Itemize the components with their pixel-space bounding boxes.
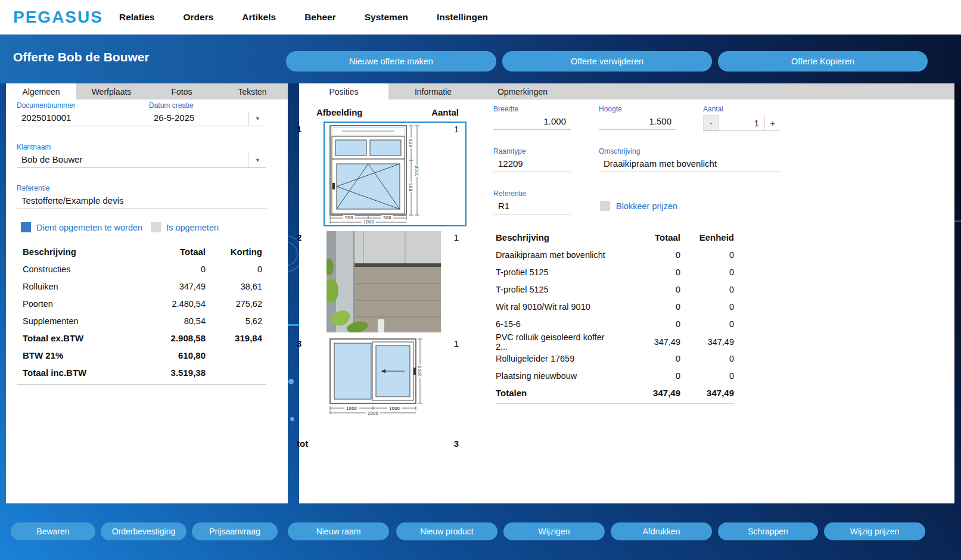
left-panel-tabbar: Algemeen Werfplaats Fotos Teksten bbox=[6, 83, 288, 99]
table-row-total-ex-btw: Totaal ex.BTW 2.908,58 319,84 bbox=[23, 329, 262, 347]
documentnummer-input[interactable]: 2025010001 bbox=[17, 111, 149, 126]
menu-item-instellingen[interactable]: Instellingen bbox=[437, 6, 488, 29]
offer-general-panel: Algemeen Werfplaats Fotos Teksten Docume… bbox=[6, 83, 288, 503]
nieuw-product-button[interactable]: Nieuw product bbox=[396, 522, 497, 540]
omschrijving-input[interactable]: Draaikipraam met bovenlicht bbox=[599, 157, 780, 172]
orderbevestiging-button[interactable]: Orderbevestiging bbox=[101, 522, 186, 540]
window-drawing-thumbnail[interactable]: 500 500 1000 605 895 1500 bbox=[326, 123, 441, 226]
svg-text:895: 895 bbox=[409, 183, 413, 191]
table-row: Wit ral 9010/Wit ral 9010 0 0 bbox=[496, 298, 734, 315]
positions-total-qty: 3 bbox=[417, 438, 459, 449]
datum-creatie-label: Datum creatie bbox=[149, 101, 266, 110]
breedte-label: Breedte bbox=[493, 105, 571, 113]
quantity-stepper: - 1 + bbox=[703, 115, 780, 131]
svg-text:1000: 1000 bbox=[363, 220, 374, 224]
page-header: Offerte Bob de Bouwer Nieuwe offerte mak… bbox=[0, 35, 961, 83]
menu-item-artikels[interactable]: Artikels bbox=[242, 6, 276, 29]
dient-opgemeten-checkbox[interactable] bbox=[21, 222, 31, 232]
new-offer-button[interactable]: Nieuwe offerte maken bbox=[286, 51, 496, 71]
right-panel-tabbar: Posities Informatie Opmerkingen bbox=[299, 83, 954, 99]
raamtype-input[interactable]: 12209 bbox=[493, 157, 571, 172]
tab-werfplaats[interactable]: Werfplaats bbox=[76, 83, 147, 99]
blokkeer-prijzen-row: Blokkeer prijzen bbox=[600, 201, 677, 211]
chevron-down-icon[interactable]: ▼ bbox=[248, 111, 266, 126]
position-number: 2 bbox=[297, 232, 301, 242]
quantity-value[interactable]: 1 bbox=[719, 115, 764, 130]
hoogte-input[interactable]: 1.500 bbox=[599, 114, 676, 130]
nieuw-raam-button[interactable]: Nieuw raam bbox=[288, 522, 389, 540]
positions-qty-column-header: Aantal bbox=[417, 107, 459, 117]
breedte-input[interactable]: 1.000 bbox=[493, 114, 571, 130]
menu-item-relaties[interactable]: Relaties bbox=[119, 6, 154, 29]
referentie-field: Referentie Testofferte/Example devis bbox=[17, 184, 266, 209]
raamtype-field: Raamtype 12209 bbox=[493, 147, 571, 172]
tab-informatie[interactable]: Informatie bbox=[388, 83, 478, 99]
referentie-label: Referentie bbox=[17, 184, 266, 192]
referentie-input[interactable]: Testofferte/Example devis bbox=[17, 194, 266, 209]
table-bottom-divider bbox=[17, 384, 266, 385]
measure-checkbox-row: Dient opgemeten te worden Is opgemeten bbox=[21, 222, 219, 232]
blokkeer-prijzen-checkbox[interactable] bbox=[600, 201, 610, 211]
menu-item-systemen[interactable]: Systemen bbox=[365, 6, 408, 29]
raamtype-label: Raamtype bbox=[493, 147, 571, 155]
datum-creatie-field: Datum creatie 26-5-2025 ▼ bbox=[149, 101, 266, 126]
page-title: Offerte Bob de Bouwer bbox=[13, 50, 150, 64]
klantnaam-field: Klantnaam Bob de Bouwer ▼ bbox=[17, 143, 266, 168]
pegasus-logo: PEGASUS bbox=[13, 8, 114, 27]
bewaren-button[interactable]: Bewaren bbox=[11, 522, 95, 540]
positions-total-label: tot bbox=[297, 438, 308, 449]
svg-text:1000: 1000 bbox=[346, 406, 357, 411]
offer-totals-table: Beschrijving Totaal Korting Constructies… bbox=[23, 243, 262, 381]
hoogte-field: Hoogte 1.500 bbox=[599, 105, 676, 130]
items-table-header: Beschrijving Totaal Eenheid bbox=[496, 229, 734, 246]
is-opgemeten-checkbox[interactable] bbox=[151, 222, 161, 232]
col-totaal: Totaal bbox=[618, 232, 680, 242]
menu-item-beheer[interactable]: Beheer bbox=[304, 6, 336, 29]
sliding-door-drawing-thumbnail[interactable]: 1000 1000 2000 2000 bbox=[326, 337, 441, 419]
hoogte-label: Hoogte bbox=[599, 105, 676, 113]
table-row: PVC rolluik geisoleerd koffer 2... 347,4… bbox=[496, 332, 734, 350]
totals-table-header: Beschrijving Totaal Korting bbox=[23, 243, 262, 260]
documentnummer-label: Documentnummer bbox=[17, 101, 149, 110]
positie-referentie-label: Referentie bbox=[493, 189, 571, 198]
prijsaanvraag-button[interactable]: Prijsaanvraag bbox=[192, 522, 278, 540]
tab-opmerkingen[interactable]: Opmerkingen bbox=[478, 83, 567, 99]
background-dot bbox=[290, 417, 294, 421]
documentnummer-field: Documentnummer 2025010001 bbox=[17, 101, 149, 126]
garage-door-photo[interactable] bbox=[326, 231, 441, 335]
svg-text:2000: 2000 bbox=[418, 366, 422, 377]
klantnaam-label: Klantnaam bbox=[17, 143, 266, 151]
svg-text:605: 605 bbox=[409, 139, 413, 147]
wijzig-prijzen-button[interactable]: Wijzig prijzen bbox=[824, 522, 925, 540]
positions-image-column-header: Afbeelding bbox=[316, 107, 363, 117]
quantity-increase-button[interactable]: + bbox=[765, 115, 780, 130]
tab-teksten[interactable]: Teksten bbox=[217, 83, 288, 99]
tab-fotos[interactable]: Fotos bbox=[147, 83, 217, 99]
positie-referentie-input[interactable]: R1 bbox=[493, 199, 571, 214]
position-items-table: Beschrijving Totaal Eenheid Draaikipraam… bbox=[496, 229, 734, 402]
copy-offer-button[interactable]: Offerte Kopieren bbox=[718, 51, 928, 71]
aantal-label: Aantal bbox=[703, 105, 723, 113]
app-window: PEGASUS Relaties Orders Artikels Beheer … bbox=[0, 0, 961, 560]
schrappen-button[interactable]: Schrappen bbox=[718, 522, 818, 540]
svg-text:1500: 1500 bbox=[415, 166, 419, 176]
tab-posities[interactable]: Posities bbox=[299, 83, 388, 99]
delete-offer-button[interactable]: Offerte verwijderen bbox=[502, 51, 712, 71]
tab-algemeen[interactable]: Algemeen bbox=[6, 83, 76, 99]
background-tick bbox=[288, 324, 299, 326]
blokkeer-prijzen-label: Blokkeer prijzen bbox=[616, 201, 677, 211]
col-korting: Korting bbox=[206, 247, 262, 257]
table-row-totalen: Totalen 347,49 347,49 bbox=[496, 384, 734, 402]
background-tick bbox=[954, 220, 961, 222]
quantity-decrease-button[interactable]: - bbox=[703, 115, 719, 130]
chevron-down-icon[interactable]: ▼ bbox=[248, 153, 266, 167]
position-number: 3 bbox=[297, 338, 301, 349]
afdrukken-button[interactable]: Afdrukken bbox=[611, 522, 712, 540]
klantnaam-input[interactable]: Bob de Bouwer bbox=[17, 153, 266, 168]
table-row: 6-15-6 0 0 bbox=[496, 315, 734, 332]
table-row-btw: BTW 21% 610,80 bbox=[23, 347, 262, 364]
table-row: Supplementen 80,54 5,62 bbox=[23, 312, 262, 329]
menu-item-orders[interactable]: Orders bbox=[183, 6, 213, 29]
wijzigen-button[interactable]: Wijzigen bbox=[503, 522, 605, 540]
col-totaal: Totaal bbox=[140, 247, 206, 257]
